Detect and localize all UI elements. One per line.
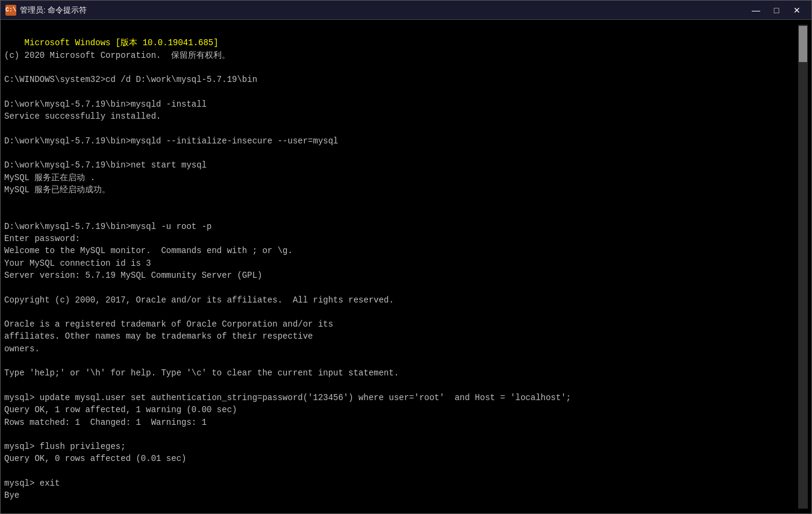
console-line: C:\WINDOWS\system32>cd /d D:\work\mysql-…: [4, 75, 257, 84]
minimize-button[interactable]: —: [746, 2, 766, 18]
title-bar: C:\ 管理员: 命令提示符 — □ ✕: [1, 1, 811, 20]
console-line: mysql> update mysql.user set authenticat…: [4, 393, 571, 403]
window-controls: — □ ✕: [746, 2, 807, 18]
console-line: MySQL 服务正在启动 .: [4, 173, 95, 183]
console-line: Service successfully installed.: [4, 111, 161, 121]
console-line: D:\work\mysql-5.7.19\bin>mysqld -install: [4, 99, 207, 109]
console-line: Enter password:: [4, 234, 80, 243]
console-line: affiliates. Other names may be trademark…: [4, 331, 313, 341]
console-line: Your MySQL connection id is 3: [4, 259, 151, 268]
console-line: Query OK, 1 row affected, 1 warning (0.0…: [4, 405, 237, 415]
console-area: Microsoft Windows [版本 10.0.19041.685] (c…: [1, 20, 811, 513]
console-line: Query OK, 0 rows affected (0.01 sec): [4, 454, 186, 463]
console-output[interactable]: Microsoft Windows [版本 10.0.19041.685] (c…: [4, 25, 798, 509]
console-line: Microsoft Windows [版本 10.0.19041.685]: [25, 38, 219, 48]
console-line: Type 'help;' or '\h' for help. Type '\c'…: [4, 368, 399, 378]
console-line: D:\work\mysql-5.7.19\bin>mysql -u root -…: [4, 222, 211, 231]
scrollbar-thumb[interactable]: [799, 26, 807, 62]
scrollbar[interactable]: [798, 25, 808, 509]
console-line: Server version: 5.7.19 MySQL Community S…: [4, 271, 262, 280]
console-line: MySQL 服务已经启动成功。: [4, 185, 110, 195]
app-icon: C:\: [5, 5, 16, 16]
maximize-button[interactable]: □: [767, 2, 786, 18]
console-line: Welcome to the MySQL monitor. Commands e…: [4, 246, 293, 255]
console-line: Rows matched: 1 Changed: 1 Warnings: 1: [4, 418, 207, 427]
console-line: (c) 2020 Microsoft Corporation. 保留所有权利。: [4, 51, 230, 60]
console-line: mysql> flush privileges;: [4, 442, 126, 451]
console-line: mysql> exit: [4, 478, 60, 488]
cmd-window: C:\ 管理员: 命令提示符 — □ ✕ Microsoft Windows […: [0, 0, 812, 514]
close-button[interactable]: ✕: [787, 2, 807, 18]
console-line: Bye: [4, 490, 19, 500]
console-line: Oracle is a registered trademark of Orac…: [4, 319, 333, 329]
window-title: 管理员: 命令提示符: [20, 5, 746, 16]
console-line: D:\work\mysql-5.7.19\bin>mysqld --initia…: [4, 136, 339, 146]
console-line: Copyright (c) 2000, 2017, Oracle and/or …: [4, 295, 394, 305]
console-line: D:\work\mysql-5.7.19\bin>net start mysql: [4, 160, 207, 170]
console-line: owners.: [4, 344, 40, 354]
